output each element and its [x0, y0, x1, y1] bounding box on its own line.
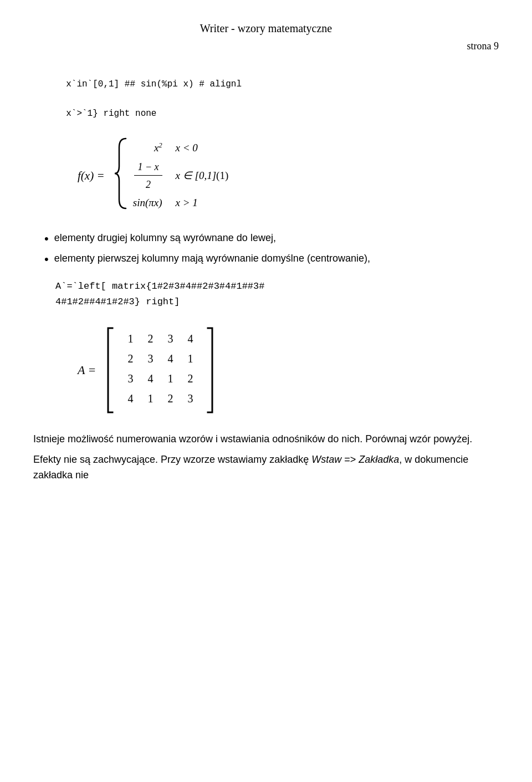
cell-1-0: 2 — [127, 352, 133, 365]
bullet-text-2: elementy pierwszej kolumny mają wyrównan… — [54, 251, 370, 266]
italic-zakladka: Zakładka — [359, 454, 399, 465]
case-2-expr: 1 − x 2 — [129, 159, 162, 193]
bullet-dot-1: • — [44, 231, 49, 248]
page-number: strona 9 — [33, 40, 499, 52]
cell-1-1: 3 — [147, 352, 153, 365]
cell-3-3: 3 — [187, 392, 193, 405]
cell-1-3: 1 — [187, 352, 193, 365]
cell-0-1: 2 — [147, 333, 153, 345]
bullet-section: • elementy drugiej kolumny są wyrównane … — [44, 231, 499, 268]
case-row-3: sin(πx) x > 1 — [129, 195, 253, 211]
cell-3-1: 1 — [147, 392, 153, 405]
cell-3-0: 4 — [127, 392, 133, 405]
matrix-code-block: A`=`left[ matrix{1#2#3#4##2#3#4#1##3# 4#… — [55, 279, 499, 309]
cell-2-0: 3 — [127, 372, 133, 385]
cell-3-2: 2 — [167, 392, 173, 405]
case-1-condition: x < 0 — [176, 140, 231, 156]
piecewise-formula: f(x) = x2 x < 0 1 − x 2 — [78, 137, 499, 213]
cell-2-2: 1 — [167, 372, 173, 385]
bullet-item-2: • elementy pierwszej kolumny mają wyrówn… — [44, 251, 499, 268]
matrix-lhs: A = — [78, 363, 96, 377]
bullet-text-1: elementy drugiej kolumny są wyrównane do… — [54, 231, 276, 246]
text-section: Istnieje możliwość numerowania wzorów i … — [33, 431, 499, 483]
matrix-wrapper: 1 2 3 4 2 3 4 1 3 4 1 2 4 1 2 3 — [103, 326, 218, 415]
matrix-code-line-1: A`=`left[ matrix{1#2#3#4##2#3#4#1##3# — [55, 279, 499, 294]
code-block-1: x`in`[0,1] ## sin(%pi x) # alignl — [55, 63, 499, 91]
code-block-2: x`>`1} right none — [55, 93, 499, 121]
formula-lhs: f(x) = — [78, 169, 105, 183]
matrix-formula: A = 1 2 3 4 2 3 4 1 3 4 1 2 4 1 2 3 — [78, 326, 499, 415]
cell-1-2: 4 — [167, 352, 173, 365]
cell-0-0: 1 — [127, 333, 133, 345]
page-title: Writer - wzory matematyczne — [33, 22, 499, 35]
paragraph-2: Efekty nie są zachwycające. Przy wzorze … — [33, 452, 499, 484]
title-text: Writer - wzory matematyczne — [200, 22, 332, 34]
bullet-item-1: • elementy drugiej kolumny są wyrównane … — [44, 231, 499, 248]
cell-2-3: 2 — [187, 372, 193, 385]
case-1-expr: x2 — [129, 140, 162, 156]
case-2-condition: x ∈ [0,1](1) — [176, 167, 253, 184]
matrix-right-bracket — [206, 326, 218, 415]
brace-left: x2 x < 0 1 − x 2 x ∈ [0,1](1) — [114, 137, 253, 213]
case-3-expr: sin(πx) — [129, 195, 162, 211]
piecewise-cases: x2 x < 0 1 − x 2 x ∈ [0,1](1) — [129, 137, 253, 213]
left-brace-svg — [114, 137, 129, 209]
case-3-condition: x > 1 — [176, 195, 231, 211]
cell-0-3: 4 — [187, 333, 193, 345]
italic-wstaw: Wstaw — [311, 454, 341, 465]
cell-0-2: 3 — [167, 333, 173, 345]
cell-2-1: 4 — [147, 372, 153, 385]
matrix-code-line-2: 4#1#2##4#1#2#3} right] — [55, 294, 499, 309]
case-row-2: 1 − x 2 x ∈ [0,1](1) — [129, 159, 253, 193]
matrix-left-bracket — [103, 326, 115, 415]
case-row-1: x2 x < 0 — [129, 140, 253, 156]
paragraph-1: Istnieje możliwość numerowania wzorów i … — [33, 431, 499, 447]
bullet-dot-2: • — [44, 251, 49, 268]
matrix-cells: 1 2 3 4 2 3 4 1 3 4 1 2 4 1 2 3 — [115, 326, 206, 415]
